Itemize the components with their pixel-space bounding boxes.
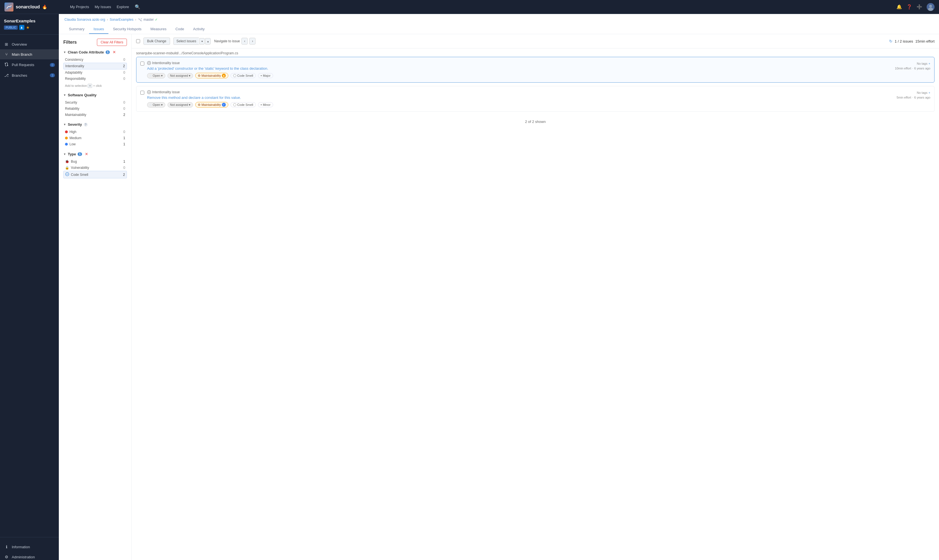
issue-2-checkbox[interactable] [140, 91, 144, 95]
clean-code-attribute-title: Clean Code Attribute [68, 50, 104, 54]
sidebar-divider-1 [0, 34, 59, 35]
issue-2-right: No tags + 5min effort · 6 years ago [897, 90, 930, 99]
issue-2-title-link[interactable]: Remove this method and declare a constan… [147, 95, 241, 100]
tab-issues[interactable]: Issues [89, 25, 109, 34]
nav-explore[interactable]: Explore [117, 5, 129, 9]
issue-1-severity-tag: ● Major [258, 73, 273, 78]
tab-code[interactable]: Code [171, 25, 189, 34]
issue-2-add-tag-link[interactable]: + [929, 91, 930, 94]
vulnerability-icon: 🔒 [65, 166, 69, 170]
filter-item-reliability[interactable]: Reliability 0 [63, 106, 127, 112]
sidebar-item-administration[interactable]: ⚙ Administration [0, 552, 59, 560]
sidebar-item-main-branch-label: Main Branch [12, 52, 32, 57]
issue-2-maintainability-tag[interactable]: ⚙ Maintainability ✓ [195, 102, 228, 108]
filter-item-intentionality[interactable]: Intentionality 2 [63, 63, 127, 69]
type-count-badge: 1 [78, 152, 82, 156]
tab-activity[interactable]: Activity [189, 25, 209, 34]
select-issues-button[interactable]: Select issues [173, 37, 199, 45]
issue-1-right: No tags + 10min effort · 6 years ago [895, 61, 930, 70]
chevron-down-icon-type: ▼ [63, 152, 66, 156]
filter-item-adaptability[interactable]: Adaptability 0 [63, 69, 127, 75]
severity-header[interactable]: ▼ Severity ? [63, 122, 127, 126]
select-issues-arrow-button[interactable]: ▾ [199, 38, 205, 45]
nav-my-projects[interactable]: My Projects [70, 5, 89, 9]
brand-text: sonarcloud [16, 5, 40, 9]
branches-icon: ⎇ [4, 73, 9, 78]
svg-point-7 [148, 62, 149, 63]
intentionality-icon-2 [147, 90, 151, 94]
clean-code-clear-icon[interactable]: ✕ [112, 50, 116, 54]
breadcrumb-org[interactable]: Claudia Sonarova azdo org [65, 18, 105, 22]
issue-2-body: Intentionality issue Remove this method … [147, 90, 894, 108]
issue-1-title-link[interactable]: Add a 'protected' constructor or the 'st… [147, 66, 268, 71]
main-nav-links: My Projects My Issues Explore 🔍 [70, 4, 140, 9]
select-issues-up-button[interactable]: ▴ [205, 38, 211, 45]
sonarcloud-logo [5, 3, 14, 11]
sidebar: SonarExamples PUBLIC ★ ⊞ Overview [0, 14, 59, 560]
shown-count: 2 of 2 shown [132, 115, 939, 128]
effort-text: 15min effort [916, 39, 934, 43]
filter-item-bug[interactable]: 🐞 Bug 1 [63, 158, 127, 165]
medium-severity-dot [65, 137, 68, 140]
sidebar-item-branches[interactable]: ⎇ Branches 3 [0, 70, 59, 80]
clean-code-attribute-header[interactable]: ▼ Clean Code Attribute 1 ✕ [63, 50, 127, 54]
clear-all-filters-button[interactable]: Clear All Filters [97, 38, 127, 46]
breadcrumb-branch: ⌥ master ✓ [138, 17, 158, 22]
issue-1-maintainability-tag[interactable]: ⚙ Maintainability ▲ [195, 73, 228, 78]
filter-item-consistency[interactable]: Consistency 0 [63, 57, 127, 63]
tab-security-hotspots[interactable]: Security Hotspots [108, 25, 146, 34]
tab-summary[interactable]: Summary [65, 25, 89, 34]
bulk-change-button[interactable]: Bulk Change [143, 37, 170, 45]
issue-1-checkbox[interactable] [140, 62, 144, 66]
breadcrumb-branch-name[interactable]: master [143, 18, 154, 22]
filter-item-medium[interactable]: Medium 1 [63, 135, 127, 141]
issues-layout: Filters Clear All Filters ▼ Clean Code A… [59, 34, 939, 560]
pull-requests-badge: 0 [50, 63, 55, 67]
software-quality-header[interactable]: ▼ Software Quality [63, 93, 127, 97]
select-issues-dropdown: Select issues ▾ ▴ [173, 37, 211, 45]
navigate-prev-button[interactable]: ‹ [242, 38, 248, 45]
top-navigation: sonarcloud 🔥 My Projects My Issues Explo… [0, 0, 939, 14]
add-icon[interactable]: ➕ [917, 4, 922, 9]
refresh-icon[interactable]: ↻ [889, 39, 893, 43]
sidebar-item-main-branch[interactable]: ⑂ Main Branch [0, 49, 59, 59]
filter-item-maintainability[interactable]: Maintainability 2 [63, 112, 127, 118]
issue-2-status-button[interactable]: Open ▾ [147, 102, 165, 108]
sidebar-item-overview[interactable]: ⊞ Overview [0, 39, 59, 49]
filter-item-vulnerability[interactable]: 🔒 Vulnerability 0 [63, 165, 127, 171]
high-severity-dot [65, 131, 68, 133]
issues-toolbar: Bulk Change Select issues ▾ ▴ Navigate t… [132, 34, 939, 48]
nav-my-issues[interactable]: My Issues [95, 5, 111, 9]
issue-1-assignee-button[interactable]: Not assigned ▾ [168, 73, 193, 78]
notifications-icon[interactable]: 🔔 [896, 4, 902, 9]
filter-item-high[interactable]: High 0 [63, 129, 127, 135]
issue-1-no-tags: No tags [917, 62, 928, 65]
sidebar-item-information[interactable]: ℹ Information [0, 542, 59, 552]
help-icon[interactable]: ❓ [907, 4, 912, 9]
issue-1-add-tag-link[interactable]: + [929, 62, 930, 65]
brand-flame: 🔥 [42, 5, 47, 9]
issue-1-effort-age: 10min effort · 6 years ago [895, 67, 930, 70]
search-icon[interactable]: 🔍 [135, 4, 140, 9]
navigate-next-button[interactable]: › [249, 38, 256, 45]
sidebar-item-pull-requests[interactable]: Pull Requests 0 [0, 59, 59, 70]
breadcrumb-project[interactable]: SonarExamples [109, 18, 133, 22]
tab-measures[interactable]: Measures [146, 25, 171, 34]
intentionality-icon [147, 61, 151, 65]
type-clear-icon[interactable]: ✕ [85, 152, 88, 156]
filter-item-security[interactable]: Security 0 [63, 99, 127, 106]
chevron-down-icon-sev: ▼ [63, 123, 66, 126]
filter-item-responsibility[interactable]: Responsibility 0 [63, 75, 127, 82]
issue-1-status-button[interactable]: Open ▾ [147, 73, 165, 78]
filter-item-code-smell[interactable]: Code Smell 2 [63, 171, 127, 178]
user-avatar[interactable] [927, 3, 934, 11]
information-icon: ℹ [4, 545, 9, 549]
type-header[interactable]: ▼ Type 1 ✕ [63, 152, 127, 156]
issue-2-assignee-button[interactable]: Not assigned ▾ [168, 102, 193, 108]
favorite-icon[interactable]: ★ [26, 25, 30, 30]
filter-item-low[interactable]: Low 1 [63, 141, 127, 147]
breadcrumb: Claudia Sonarova azdo org › SonarExample… [65, 17, 933, 22]
select-all-checkbox[interactable] [136, 39, 140, 43]
issues-main: Bulk Change Select issues ▾ ▴ Navigate t… [132, 34, 939, 560]
severity-help-icon[interactable]: ? [84, 123, 88, 126]
